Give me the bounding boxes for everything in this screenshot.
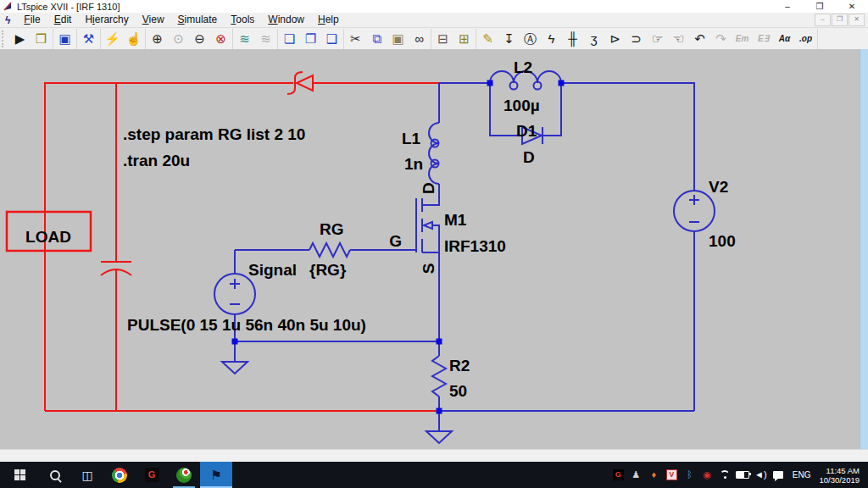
notification-icon[interactable] bbox=[770, 462, 787, 488]
cut-button[interactable]: ✂ bbox=[345, 29, 366, 48]
place-label-button[interactable]: Ⓐ bbox=[520, 29, 541, 48]
m1-value-label[interactable]: IRF1310 bbox=[444, 237, 506, 255]
place-ground-button[interactable]: ↧ bbox=[498, 29, 520, 48]
zoom-full-extents-button[interactable]: ⊗ bbox=[210, 29, 231, 48]
menu-edit[interactable]: Edit bbox=[47, 13, 79, 27]
tray-v-icon[interactable]: V bbox=[663, 462, 681, 488]
spice-directive-step[interactable]: .step param RG list 2 10 bbox=[123, 125, 305, 143]
tray-app-icon[interactable]: ♟ bbox=[627, 462, 645, 488]
ground-symbol-left[interactable] bbox=[222, 341, 248, 374]
battery-icon[interactable] bbox=[734, 462, 752, 488]
place-component-button[interactable]: ⊃ bbox=[626, 29, 647, 48]
d1-ref-label[interactable]: D1 bbox=[516, 122, 537, 140]
taskbar-ltspice[interactable]: ⚑ bbox=[200, 462, 232, 488]
signal-value-label[interactable]: PULSE(0 15 1u 56n 40n 5u 10u) bbox=[127, 316, 366, 334]
d1-value-label[interactable]: D bbox=[523, 148, 535, 166]
place-diode-button[interactable]: ⊳ bbox=[604, 29, 626, 48]
l1-value-label[interactable]: 1n bbox=[404, 155, 423, 173]
task-view-button[interactable]: ◫ bbox=[71, 462, 103, 488]
l1-ref-label[interactable]: L1 bbox=[402, 130, 421, 147]
vertical-scrollbar[interactable] bbox=[860, 49, 868, 449]
tray-bluetooth-icon[interactable]: ᛒ bbox=[681, 462, 698, 488]
mdi-restore-icon[interactable]: ❐ bbox=[832, 14, 848, 26]
copy-button[interactable]: ⧉ bbox=[366, 29, 387, 48]
close-icon[interactable]: ✕ bbox=[836, 0, 868, 13]
tray-shield-icon[interactable]: ◉ bbox=[698, 462, 716, 488]
zoom-in-button[interactable]: ⊕ bbox=[147, 29, 168, 48]
l2-ref-label[interactable]: L2 bbox=[514, 58, 532, 76]
schematic-canvas[interactable]: LOAD bbox=[0, 49, 868, 449]
new-window-button[interactable]: ❑ bbox=[321, 29, 342, 48]
draw-wire-button[interactable]: ✎ bbox=[477, 29, 498, 48]
menu-hierarchy[interactable]: Hierarchy bbox=[78, 13, 135, 27]
menu-help[interactable]: Help bbox=[311, 13, 346, 27]
v2-ref-label[interactable]: V2 bbox=[709, 178, 728, 196]
zoom-back-icon: ⊙ bbox=[173, 32, 184, 45]
spice-directive-tran[interactable]: .tran 20u bbox=[123, 152, 190, 169]
l2-value-label[interactable]: 100µ bbox=[504, 97, 540, 114]
open-file-button[interactable]: ❒ bbox=[31, 29, 52, 48]
search-button[interactable] bbox=[39, 462, 71, 488]
inductor-l1[interactable] bbox=[429, 83, 439, 184]
tray-flame-icon-glyph: ♦ bbox=[651, 470, 656, 480]
mdi-close-icon[interactable]: ✕ bbox=[849, 14, 865, 26]
control-panel-button[interactable]: ⚒ bbox=[78, 29, 99, 48]
save-button[interactable]: ▣ bbox=[54, 29, 75, 48]
system-tray: G♟♦Vᛒ◉◄) ENG 11:45 AM 10/30/2019 bbox=[609, 462, 868, 488]
place-inductor-icon: ʒ bbox=[590, 32, 597, 45]
mosfet-m1[interactable] bbox=[416, 184, 439, 341]
zoom-out-button[interactable]: ⊖ bbox=[189, 29, 210, 48]
rg-ref-label[interactable]: RG bbox=[320, 220, 344, 238]
wifi-icon[interactable] bbox=[716, 462, 734, 488]
move-button[interactable]: ☞ bbox=[647, 29, 668, 48]
clock[interactable]: 11:45 AM 10/30/2019 bbox=[815, 466, 866, 485]
taskbar-green-app[interactable] bbox=[168, 462, 200, 488]
place-resistor-button[interactable]: ϟ bbox=[541, 29, 562, 48]
new-schematic-button[interactable]: ▶ bbox=[9, 29, 31, 48]
r2-value-label[interactable]: 50 bbox=[449, 382, 467, 400]
waveform-plot-button[interactable]: ≋ bbox=[234, 29, 255, 48]
voltage-source-v2[interactable] bbox=[674, 191, 715, 411]
language-indicator[interactable]: ENG bbox=[787, 470, 816, 480]
menu-tools[interactable]: Tools bbox=[224, 13, 261, 27]
menu-simulate[interactable]: Simulate bbox=[171, 13, 225, 27]
signal-ref-label[interactable]: Signal bbox=[248, 261, 297, 279]
minimize-icon[interactable]: – bbox=[771, 0, 804, 13]
tray-garena-icon[interactable]: G bbox=[609, 462, 627, 488]
place-inductor-button[interactable]: ʒ bbox=[583, 29, 604, 48]
taskbar-garena[interactable]: G bbox=[136, 462, 168, 488]
add-text-button[interactable]: Aα bbox=[774, 29, 795, 48]
run-simulation-button[interactable]: ⚡ bbox=[102, 29, 123, 48]
plot-settings-icon: ≋ bbox=[260, 32, 271, 45]
tray-flame-icon[interactable]: ♦ bbox=[645, 462, 663, 488]
load-label[interactable]: LOAD bbox=[25, 228, 71, 246]
start-button[interactable] bbox=[0, 462, 39, 488]
menu-file[interactable]: File bbox=[17, 13, 47, 27]
wire[interactable] bbox=[561, 83, 694, 191]
r2-ref-label[interactable]: R2 bbox=[449, 357, 470, 374]
taskbar-chrome[interactable] bbox=[103, 462, 136, 488]
cascade-windows-button[interactable]: ❐ bbox=[300, 29, 321, 48]
load-subcircuit[interactable] bbox=[7, 72, 439, 411]
find-button[interactable]: ∞ bbox=[409, 29, 430, 48]
place-capacitor-button[interactable]: ╫ bbox=[562, 29, 583, 48]
resistor-r2[interactable] bbox=[432, 341, 446, 411]
rg-value-label[interactable]: {RG} bbox=[309, 261, 347, 279]
toolbar-gripper[interactable] bbox=[2, 30, 7, 47]
garena-icon: G bbox=[145, 468, 159, 482]
m1-ref-label[interactable]: M1 bbox=[444, 211, 467, 229]
drag-icon: ☜ bbox=[673, 32, 684, 45]
volume-icon[interactable]: ◄) bbox=[752, 462, 770, 488]
spice-directive-button[interactable]: .op bbox=[795, 29, 816, 48]
ground-symbol-bottom[interactable] bbox=[426, 411, 452, 443]
mdi-minimize-icon[interactable]: – bbox=[815, 14, 831, 26]
menu-view[interactable]: View bbox=[136, 13, 171, 27]
v2-value-label[interactable]: 100 bbox=[709, 232, 736, 250]
menu-window[interactable]: Window bbox=[261, 13, 311, 27]
undo-button[interactable]: ↶ bbox=[689, 29, 710, 48]
tile-windows-button[interactable]: ❏ bbox=[279, 29, 300, 48]
drag-button[interactable]: ☜ bbox=[668, 29, 689, 48]
print-preview-button[interactable]: ⊞ bbox=[453, 29, 475, 48]
restore-icon[interactable]: ❐ bbox=[804, 0, 836, 13]
print-button[interactable]: ⊟ bbox=[432, 29, 453, 48]
